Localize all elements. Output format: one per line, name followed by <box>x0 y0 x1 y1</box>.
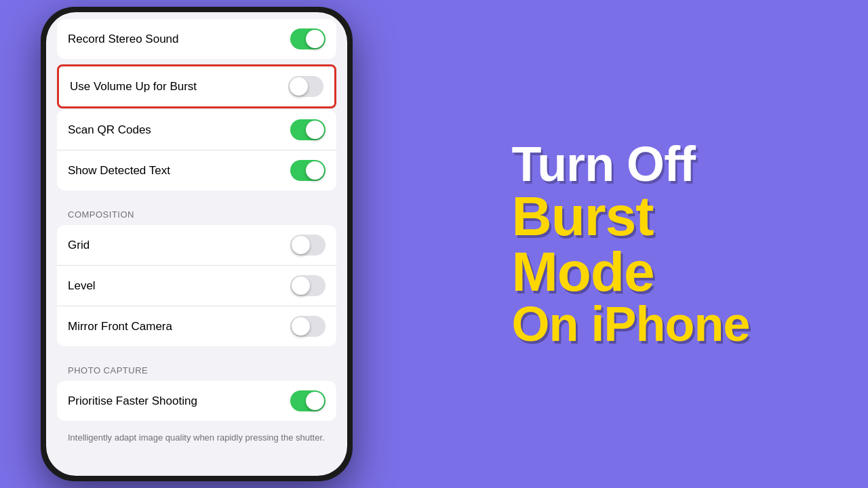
record-stereo-toggle[interactable] <box>290 28 326 49</box>
scan-qr-label: Scan QR Codes <box>68 123 151 137</box>
settings-group-photo-capture: Prioritise Faster Shooting <box>57 381 336 421</box>
iphone-screen: Record Stereo Sound Use Volume Up for Bu… <box>46 12 347 476</box>
mirror-front-toggle[interactable] <box>290 316 326 337</box>
show-detected-row: Show Detected Text <box>57 150 336 190</box>
photo-capture-header: PHOTO CAPTURE <box>46 352 347 381</box>
settings-group-camera: Record Stereo Sound <box>57 19 336 59</box>
toggle-thumb-4 <box>306 161 324 180</box>
photo-capture-footer: Intelligently adapt image quality when r… <box>46 426 347 455</box>
grid-toggle[interactable] <box>290 235 326 256</box>
iphone-frame: Record Stereo Sound Use Volume Up for Bu… <box>41 7 353 481</box>
composition-header: COMPOSITION <box>46 196 347 225</box>
settings-group-composition: Grid Level Mirror Front Camera <box>57 225 336 346</box>
settings-group-scan: Scan QR Codes Show Detected Text <box>57 110 336 190</box>
toggle-thumb-3 <box>306 121 324 139</box>
settings-content: Record Stereo Sound Use Volume Up for Bu… <box>46 12 347 476</box>
scan-qr-toggle[interactable] <box>290 119 326 140</box>
toggle-thumb-5 <box>292 236 310 254</box>
level-label: Level <box>68 279 96 293</box>
toggle-thumb <box>306 30 324 48</box>
toggle-thumb-8 <box>306 392 324 410</box>
toggle-thumb-6 <box>292 277 310 295</box>
headline-line4: On iPhone <box>512 300 750 348</box>
show-detected-toggle[interactable] <box>290 160 326 181</box>
record-stereo-label: Record Stereo Sound <box>68 33 179 46</box>
level-row: Level <box>57 266 336 306</box>
headline-line3: Mode <box>512 244 750 300</box>
record-stereo-row: Record Stereo Sound <box>57 19 336 59</box>
headline-line2: Burst <box>512 188 750 244</box>
use-volume-burst-label: Use Volume Up for Burst <box>70 80 197 94</box>
prioritise-faster-label: Prioritise Faster Shooting <box>68 394 197 408</box>
toggle-thumb-7 <box>292 317 310 336</box>
level-toggle[interactable] <box>290 275 326 296</box>
left-panel: Record Stereo Sound Use Volume Up for Bu… <box>0 0 393 488</box>
prioritise-faster-row: Prioritise Faster Shooting <box>57 381 336 421</box>
mirror-front-row: Mirror Front Camera <box>57 306 336 346</box>
headline-line1: Turn Off <box>512 140 750 188</box>
title-block: Turn Off Burst Mode On iPhone <box>512 140 750 348</box>
use-volume-burst-toggle[interactable] <box>288 76 323 97</box>
scan-qr-row: Scan QR Codes <box>57 110 336 150</box>
use-volume-burst-row: Use Volume Up for Burst <box>57 64 336 108</box>
show-detected-label: Show Detected Text <box>68 164 170 178</box>
grid-label: Grid <box>68 239 90 252</box>
use-volume-burst-wrapper: Use Volume Up for Burst <box>57 64 336 108</box>
grid-row: Grid <box>57 225 336 266</box>
prioritise-faster-toggle[interactable] <box>290 390 326 411</box>
toggle-thumb-2 <box>290 77 308 96</box>
right-panel: Turn Off Burst Mode On iPhone <box>393 0 868 488</box>
mirror-front-label: Mirror Front Camera <box>68 320 172 333</box>
